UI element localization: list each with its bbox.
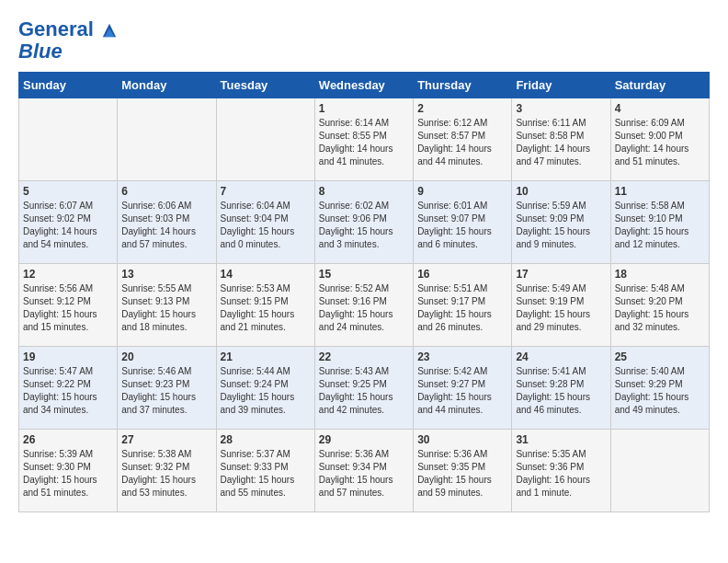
day-number: 24 <box>516 350 606 363</box>
calendar-cell: 4Sunrise: 6:09 AM Sunset: 9:00 PM Daylig… <box>610 98 709 181</box>
cell-content: Sunrise: 5:56 AM Sunset: 9:12 PM Dayligh… <box>23 282 113 334</box>
day-number: 23 <box>417 350 507 363</box>
logo: General Blue <box>18 18 118 63</box>
day-number: 6 <box>121 185 211 198</box>
logo-icon <box>101 22 118 39</box>
calendar-body: 1Sunrise: 6:14 AM Sunset: 8:55 PM Daylig… <box>19 98 710 512</box>
calendar-cell: 15Sunrise: 5:52 AM Sunset: 9:16 PM Dayli… <box>314 264 413 347</box>
day-number: 2 <box>417 102 507 115</box>
day-header-thursday: Thursday <box>414 73 512 98</box>
day-number: 16 <box>417 268 507 281</box>
day-number: 12 <box>23 268 113 281</box>
day-header-sunday: Sunday <box>19 73 118 98</box>
day-number: 19 <box>23 350 113 363</box>
calendar-cell: 29Sunrise: 5:36 AM Sunset: 9:34 PM Dayli… <box>314 430 413 512</box>
cell-content: Sunrise: 6:12 AM Sunset: 8:57 PM Dayligh… <box>417 117 507 168</box>
cell-content: Sunrise: 5:35 AM Sunset: 9:36 PM Dayligh… <box>516 448 606 500</box>
cell-content: Sunrise: 6:02 AM Sunset: 9:06 PM Dayligh… <box>319 200 409 251</box>
calendar-cell: 27Sunrise: 5:38 AM Sunset: 9:32 PM Dayli… <box>118 430 216 512</box>
cell-content: Sunrise: 6:01 AM Sunset: 9:07 PM Dayligh… <box>417 200 507 251</box>
calendar-cell: 24Sunrise: 5:41 AM Sunset: 9:28 PM Dayli… <box>512 347 610 430</box>
calendar-cell <box>118 98 216 181</box>
calendar-cell: 7Sunrise: 6:04 AM Sunset: 9:04 PM Daylig… <box>216 181 314 264</box>
days-of-week-row: SundayMondayTuesdayWednesdayThursdayFrid… <box>19 73 710 98</box>
cell-content: Sunrise: 5:55 AM Sunset: 9:13 PM Dayligh… <box>121 282 211 334</box>
calendar-cell: 12Sunrise: 5:56 AM Sunset: 9:12 PM Dayli… <box>19 264 118 347</box>
calendar-cell <box>610 430 709 512</box>
cell-content: Sunrise: 5:53 AM Sunset: 9:15 PM Dayligh… <box>221 282 311 334</box>
calendar-table: SundayMondayTuesdayWednesdayThursdayFrid… <box>18 72 710 512</box>
day-number: 20 <box>121 350 211 363</box>
day-header-friday: Friday <box>512 73 610 98</box>
calendar-cell: 25Sunrise: 5:40 AM Sunset: 9:29 PM Dayli… <box>610 347 709 430</box>
day-number: 17 <box>516 268 606 281</box>
calendar-cell: 31Sunrise: 5:35 AM Sunset: 9:36 PM Dayli… <box>512 430 610 512</box>
day-header-saturday: Saturday <box>610 73 709 98</box>
calendar-cell: 11Sunrise: 5:58 AM Sunset: 9:10 PM Dayli… <box>610 181 709 264</box>
day-header-tuesday: Tuesday <box>216 73 314 98</box>
cell-content: Sunrise: 6:11 AM Sunset: 8:58 PM Dayligh… <box>516 117 606 168</box>
cell-content: Sunrise: 5:39 AM Sunset: 9:30 PM Dayligh… <box>23 448 113 500</box>
calendar-week-5: 26Sunrise: 5:39 AM Sunset: 9:30 PM Dayli… <box>19 430 710 512</box>
calendar-cell <box>19 98 118 181</box>
calendar-cell: 8Sunrise: 6:02 AM Sunset: 9:06 PM Daylig… <box>314 181 413 264</box>
cell-content: Sunrise: 5:48 AM Sunset: 9:20 PM Dayligh… <box>615 282 705 334</box>
day-number: 29 <box>319 433 409 446</box>
day-number: 27 <box>121 433 211 446</box>
cell-content: Sunrise: 6:14 AM Sunset: 8:55 PM Dayligh… <box>319 117 409 168</box>
calendar-week-3: 12Sunrise: 5:56 AM Sunset: 9:12 PM Dayli… <box>19 264 710 347</box>
calendar-cell: 3Sunrise: 6:11 AM Sunset: 8:58 PM Daylig… <box>512 98 610 181</box>
day-number: 18 <box>615 268 705 281</box>
day-number: 5 <box>23 185 113 198</box>
day-header-monday: Monday <box>118 73 216 98</box>
day-number: 31 <box>516 433 606 446</box>
cell-content: Sunrise: 6:04 AM Sunset: 9:04 PM Dayligh… <box>221 200 311 251</box>
calendar-cell: 18Sunrise: 5:48 AM Sunset: 9:20 PM Dayli… <box>610 264 709 347</box>
calendar-cell: 1Sunrise: 6:14 AM Sunset: 8:55 PM Daylig… <box>314 98 413 181</box>
day-number: 15 <box>319 268 409 281</box>
day-number: 8 <box>319 185 409 198</box>
page-header: General Blue <box>18 18 710 63</box>
calendar-cell: 20Sunrise: 5:46 AM Sunset: 9:23 PM Dayli… <box>118 347 216 430</box>
cell-content: Sunrise: 5:36 AM Sunset: 9:34 PM Dayligh… <box>319 448 409 500</box>
day-number: 11 <box>615 185 705 198</box>
day-number: 14 <box>221 268 311 281</box>
calendar-cell: 14Sunrise: 5:53 AM Sunset: 9:15 PM Dayli… <box>216 264 314 347</box>
day-number: 10 <box>516 185 606 198</box>
cell-content: Sunrise: 5:43 AM Sunset: 9:25 PM Dayligh… <box>319 365 409 417</box>
calendar-cell: 23Sunrise: 5:42 AM Sunset: 9:27 PM Dayli… <box>414 347 512 430</box>
cell-content: Sunrise: 5:44 AM Sunset: 9:24 PM Dayligh… <box>221 365 311 417</box>
logo-blue-text: Blue <box>18 40 63 63</box>
day-number: 25 <box>615 350 705 363</box>
cell-content: Sunrise: 5:41 AM Sunset: 9:28 PM Dayligh… <box>516 365 606 417</box>
cell-content: Sunrise: 5:58 AM Sunset: 9:10 PM Dayligh… <box>615 200 705 251</box>
cell-content: Sunrise: 5:40 AM Sunset: 9:29 PM Dayligh… <box>615 365 705 417</box>
cell-content: Sunrise: 5:51 AM Sunset: 9:17 PM Dayligh… <box>417 282 507 334</box>
cell-content: Sunrise: 5:47 AM Sunset: 9:22 PM Dayligh… <box>23 365 113 417</box>
calendar-week-4: 19Sunrise: 5:47 AM Sunset: 9:22 PM Dayli… <box>19 347 710 430</box>
day-number: 21 <box>221 350 311 363</box>
calendar-week-2: 5Sunrise: 6:07 AM Sunset: 9:02 PM Daylig… <box>19 181 710 264</box>
day-number: 1 <box>319 102 409 115</box>
day-number: 7 <box>221 185 311 198</box>
calendar-cell: 5Sunrise: 6:07 AM Sunset: 9:02 PM Daylig… <box>19 181 118 264</box>
calendar-cell: 17Sunrise: 5:49 AM Sunset: 9:19 PM Dayli… <box>512 264 610 347</box>
day-number: 9 <box>417 185 507 198</box>
cell-content: Sunrise: 5:46 AM Sunset: 9:23 PM Dayligh… <box>121 365 211 417</box>
cell-content: Sunrise: 6:09 AM Sunset: 9:00 PM Dayligh… <box>615 117 705 168</box>
calendar-cell: 16Sunrise: 5:51 AM Sunset: 9:17 PM Dayli… <box>414 264 512 347</box>
calendar-cell: 22Sunrise: 5:43 AM Sunset: 9:25 PM Dayli… <box>314 347 413 430</box>
day-number: 28 <box>221 433 311 446</box>
day-number: 13 <box>121 268 211 281</box>
calendar-cell: 28Sunrise: 5:37 AM Sunset: 9:33 PM Dayli… <box>216 430 314 512</box>
cell-content: Sunrise: 5:52 AM Sunset: 9:16 PM Dayligh… <box>319 282 409 334</box>
day-number: 30 <box>417 433 507 446</box>
cell-content: Sunrise: 5:59 AM Sunset: 9:09 PM Dayligh… <box>516 200 606 251</box>
calendar-cell: 9Sunrise: 6:01 AM Sunset: 9:07 PM Daylig… <box>414 181 512 264</box>
day-number: 3 <box>516 102 606 115</box>
day-number: 4 <box>615 102 705 115</box>
day-header-wednesday: Wednesday <box>314 73 413 98</box>
cell-content: Sunrise: 5:49 AM Sunset: 9:19 PM Dayligh… <box>516 282 606 334</box>
calendar-cell: 26Sunrise: 5:39 AM Sunset: 9:30 PM Dayli… <box>19 430 118 512</box>
cell-content: Sunrise: 6:07 AM Sunset: 9:02 PM Dayligh… <box>23 200 113 251</box>
